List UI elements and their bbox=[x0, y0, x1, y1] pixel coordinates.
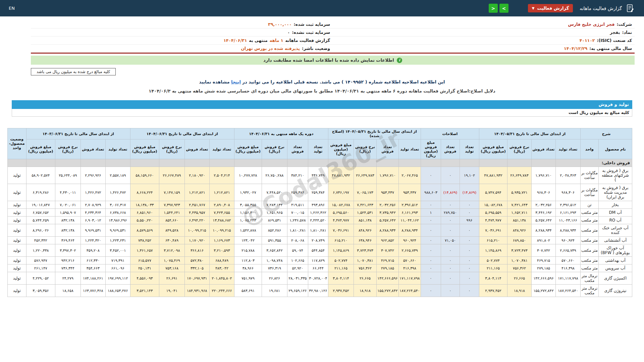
unit-cell: متر مکعب bbox=[581, 257, 599, 264]
empty-cell bbox=[184, 159, 209, 167]
value-cell: ۲۴,۲۷۹ bbox=[55, 272, 80, 285]
unit-cell: تن bbox=[581, 201, 599, 209]
value-cell: ۰ bbox=[460, 272, 479, 285]
value-cell: ۶,۷۳۸,۶۶۸ bbox=[105, 209, 130, 217]
value-cell: ۷,۱۴۷,۱۵۹ bbox=[159, 184, 184, 201]
empty-cell bbox=[26, 159, 55, 167]
unit-cell: نرمال متر مکعب bbox=[581, 285, 599, 297]
value-cell: ۲,۱۸۰,۹۲۰ bbox=[184, 167, 209, 184]
unregistered-capital-label: سرمایه ثبت نشده: bbox=[292, 30, 330, 35]
value-cell: ۸۴۹,۵۲۸ bbox=[159, 224, 184, 237]
chevron-right-icon[interactable]: > bbox=[499, 4, 508, 13]
amendment-notice: این اطلاعیه اصلاحیه اطلاعیه شماره ( ۱۴۰۹… bbox=[0, 79, 644, 84]
empty-cell bbox=[308, 159, 328, 167]
chevron-left-icon[interactable]: < bbox=[489, 4, 498, 13]
value-cell: ۶,۳۱۹,۲۸۶ bbox=[26, 184, 55, 201]
value-cell: ۲۶۱,۱۴۷ bbox=[26, 264, 55, 272]
status-cell: تولید bbox=[7, 201, 26, 209]
value-cell: ۱,۸۱۰,۲۸۱ bbox=[287, 224, 308, 237]
status-cell: تولید bbox=[7, 184, 26, 201]
value-cell: ۳۲,۹۸۰,۱۲۶ bbox=[308, 285, 328, 297]
report-document-icon[interactable] bbox=[625, 3, 635, 13]
top-bar: گزارش فعالیت ماهانه گزارش فعالیت ▼ > < E… bbox=[0, 0, 644, 16]
info-row-symbol: نماد: بفجر bbox=[333, 28, 635, 37]
value-cell: ۶۱۵,۲۱۰ bbox=[479, 237, 507, 244]
value-cell: ۵,۷۴۴,۲۵۹ bbox=[26, 217, 55, 224]
column-header: وضعیت محصول- واحد bbox=[7, 128, 26, 159]
value-cell: (۱۴,۸۶۹) bbox=[441, 184, 460, 201]
value-cell: ۰ bbox=[460, 244, 479, 257]
empty-cell bbox=[507, 159, 532, 167]
column-header: تعداد تولید bbox=[209, 139, 234, 159]
unit-cell: مگاوات بر ساعت bbox=[581, 184, 599, 201]
value-cell: ۲,۵۵۷,۱۸۹ bbox=[105, 167, 130, 184]
value-cell: ۱,۸۱۰,۲۸۱ bbox=[308, 224, 328, 237]
value-cell: ۱,۷۹۶,۷۱۰ bbox=[376, 167, 398, 184]
value-cell: ۹۹۶ bbox=[460, 217, 479, 224]
column-header: مبلغ فروش (میلیون ریال) bbox=[421, 139, 441, 159]
value-cell: ۵۰۲,۷۷۴ bbox=[328, 257, 354, 264]
value-cell: ۳,۲۱۰,۵۹۳ bbox=[209, 244, 234, 257]
value-cell: ۹۶۰,۹۲۴ bbox=[398, 237, 421, 244]
value-cell: ۲۵۰,۱۳۱ bbox=[130, 264, 159, 272]
value-cell: ۱۳,۹۸۶,۲۹۶ bbox=[105, 217, 130, 224]
value-cell: ۲۱۵,۷۸۸ bbox=[234, 244, 262, 257]
column-header: تعداد فروش bbox=[441, 139, 460, 159]
value-cell: ۱ bbox=[421, 209, 441, 217]
fiscal-year-label: سال مالی منتهی به: bbox=[589, 46, 632, 51]
column-header: نرخ فروش (ریال) bbox=[262, 139, 287, 159]
value-cell: ۵۷۲,۳۸۰ bbox=[184, 257, 209, 264]
value-cell: ۳۰۷,۷۴۲ bbox=[376, 244, 398, 257]
value-cell: ۱۷۴,۱۸۸,۲۶۱ bbox=[80, 272, 105, 285]
value-cell: ۷,۴۲۱,۶۴۳ bbox=[507, 201, 532, 209]
value-cell: ۲۷۹,۱۸۵ bbox=[532, 264, 556, 272]
value-cell: ۲۹,۶۵۹,۱۲۶ bbox=[287, 285, 308, 297]
empty-cell bbox=[556, 159, 581, 167]
value-cell: ۱,۷۹۶,۷۱۰ bbox=[532, 167, 556, 184]
column-header-row: نام محصولواحدتعداد تولیدتعداد فروشنرخ فر… bbox=[7, 139, 632, 159]
isic-value: ۴۰۱۱۰۲ bbox=[580, 38, 595, 43]
value-cell: ۱۸,۹۱۸ bbox=[507, 285, 532, 297]
value-cell: ۱,۵۴۴,۶۴۱ bbox=[159, 209, 184, 217]
value-cell: ۳۵۹,۲۰۸ bbox=[80, 244, 105, 257]
value-cell: ۰ bbox=[441, 257, 460, 264]
column-header: تعداد تولید bbox=[556, 139, 581, 159]
value-cell: ۳,۴۵۲,۰۰۱ bbox=[105, 244, 130, 257]
value-cell: ۰ bbox=[421, 201, 441, 209]
value-cell: ۱,۱۴۵,۸۶۹ bbox=[479, 244, 507, 257]
value-cell: ۹۶۰,۹۲۴ bbox=[556, 237, 581, 244]
value-cell: ۸۶۹,۵۳۱ bbox=[262, 217, 287, 224]
value-cell: ۰ bbox=[460, 285, 479, 297]
empty-cell bbox=[354, 159, 376, 167]
value-cell: ۴۹۳,۸۹۶ bbox=[308, 201, 328, 209]
value-cell: ۱۷۱,۱۱۷,۷۹۸ bbox=[556, 272, 581, 285]
value-cell: ۴۷,۸۸۱,۹۳۲ bbox=[479, 167, 507, 184]
value-cell: ۱۸۷,۲۶۴,۵۴۰ bbox=[556, 285, 581, 297]
value-cell: ۲,۵۰۴,۲۱۴ bbox=[209, 167, 234, 184]
value-cell: ۴۶۹,۷۱۵ bbox=[532, 257, 556, 264]
value-cell: ۲۱۱,۱۶۵ bbox=[479, 264, 507, 272]
language-toggle-en[interactable]: EN bbox=[9, 6, 15, 11]
value-cell: ۲۸۹,۷۵۰ bbox=[441, 209, 460, 217]
value-cell: ۷۳۸,۲۵۲ bbox=[130, 237, 159, 244]
value-cell: ۵۷۰,۶۶۰ bbox=[398, 257, 421, 264]
value-cell: ۸۵۴,۶۶۰ bbox=[159, 217, 184, 224]
column-header: نرخ فروش (ریال) bbox=[507, 139, 532, 159]
value-cell: ۵,۶۹۵,۵۵۹ bbox=[479, 209, 507, 217]
column-header: مبلغ فروش (میلیون ریال) bbox=[130, 139, 159, 159]
unit-cell: متر مکعب bbox=[581, 209, 599, 217]
report-type-dropdown[interactable]: گزارش فعالیت ▼ bbox=[528, 4, 573, 12]
previous-version-link[interactable]: اینجا bbox=[231, 79, 241, 84]
value-cell: ۹۸۸,۶۰۳ bbox=[421, 184, 441, 201]
value-cell: ۶,۱۶۱,۲۹۳ bbox=[556, 209, 581, 217]
status-cell: تولید bbox=[7, 272, 26, 285]
table-row: آب بهداشتیمتر مکعب۵۷۰,۶۶۰۴۶۹,۷۱۵۱,۰۷۰,۳۸… bbox=[7, 257, 632, 264]
value-cell: ۶,۱۶۱,۲۹۳ bbox=[398, 209, 421, 217]
value-cell: ۵,۷۴۷,۵۹۴ bbox=[479, 184, 507, 201]
column-header: تعداد فروش bbox=[532, 139, 556, 159]
value-cell: ۷,۳۹۷,۹۴۳ bbox=[159, 201, 184, 209]
value-cell: ۵۲,۹۲۰ bbox=[287, 264, 308, 272]
value-cell: ۸,۵۷۹,۵۶۹ bbox=[130, 224, 159, 237]
value-cell: ۳۶۹,۴۶۴ bbox=[55, 237, 80, 244]
value-cell: ۷۱,۰۵۰ bbox=[441, 237, 460, 244]
